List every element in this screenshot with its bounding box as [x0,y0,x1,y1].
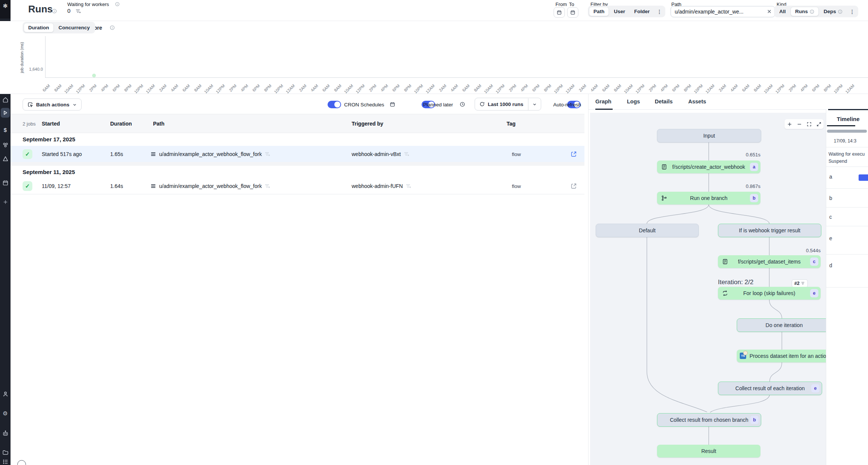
last-runs-button[interactable]: Last 1000 runs [475,98,541,111]
fit-view-icon[interactable] [807,122,812,127]
to-date-button[interactable] [567,7,578,18]
run-data-point[interactable] [92,74,96,77]
node-collect-from-branch[interactable]: Collect result from chosen branch b [657,413,761,427]
filter-by-trigger-icon[interactable] [404,152,409,156]
expand-icon[interactable] [816,122,821,127]
col-triggered: Triggered by [352,121,383,127]
timeline-scrollbar[interactable] [827,130,867,133]
timeline-bar-a[interactable] [859,174,868,181]
from-date-button[interactable] [554,7,565,18]
run-started: Started 517s ago [42,151,82,157]
waiting-workers-count: 0 [67,8,70,14]
kind-tab-deps[interactable]: Deps [819,7,847,16]
zoom-out-icon[interactable] [797,122,802,127]
zoom-in-icon[interactable] [787,122,792,127]
kind-tab-all[interactable]: All [775,7,790,16]
help-button[interactable] [17,460,26,465]
jobs-count: 2 jobs [23,121,36,126]
flow-icon [150,151,156,157]
sidebar-item-runs[interactable] [1,108,10,118]
run-triggered-by[interactable]: webhook-admin-vBxt [352,151,401,157]
runs-page: ✻ $ ⚙ Runs Waiting for workers 0 From To… [0,0,868,465]
user-icon[interactable] [0,391,11,397]
folders-icon[interactable] [0,449,11,456]
path-input[interactable]: u/admin/example_actor_we... [671,6,775,17]
cron-schedules-toggle[interactable] [328,101,341,108]
last-runs-chevron[interactable] [528,102,541,106]
filter-by-path-icon[interactable] [265,184,270,188]
node-do-one-iteration[interactable]: Do one iteration [737,318,826,332]
tab-assets[interactable]: Assets [688,98,706,105]
tab-graph[interactable]: Graph [595,98,612,105]
step-badge: b [750,194,758,202]
timeline-title[interactable]: Timeline [837,116,860,122]
triggers-icon[interactable] [0,156,11,162]
filter-tab-path[interactable]: Path [589,7,609,16]
run-path[interactable]: u/admin/example_actor_webhook_flow_fork [159,183,262,189]
step-badge: b [750,416,759,424]
waiting-filter-icon[interactable] [76,9,81,14]
open-run-icon[interactable] [571,151,577,157]
workers-robot-icon[interactable] [0,430,11,436]
node-process-dataset-item[interactable]: TS Process dataset item for an action [737,350,826,362]
filter-by-path-icon[interactable] [265,152,270,156]
node-branch-if[interactable]: If is webhook trigger result [718,224,821,237]
timeline-row-b: b [829,195,832,201]
typescript-icon: TS [740,353,746,359]
audit-list-icon[interactable] [0,459,11,465]
node-create-actor-webhook[interactable]: f/scripts/create_actor_webhook a [657,161,760,173]
node-run-one-branch[interactable]: Run one branch b [657,192,760,204]
run-duration: 1.64s [110,183,123,189]
timeline-row-a: a [829,174,832,180]
deps-info-icon [838,9,842,14]
run-row[interactable]: ✓ 11/09, 12:57 1.64s u/admin/example_act… [11,178,584,194]
load-more-info-icon[interactable] [110,25,115,30]
node-result[interactable]: Result [657,445,760,457]
home-icon[interactable] [0,97,11,103]
run-row-selected[interactable]: ✓ Started 517s ago 1.65s u/admin/example… [11,146,584,162]
settings-gear-icon[interactable]: ⚙ [0,410,11,417]
run-triggered-by[interactable]: webhook-admin-fUFN [352,183,403,189]
table-header-row: 2 jobs Started Duration Path Triggered b… [11,114,584,133]
runs-info-icon [810,9,814,14]
flow-graph-canvas[interactable]: Input 0.651s f/scripts/create_actor_webh… [590,113,826,465]
to-label: To [569,2,574,7]
timeline-row-d: d [829,262,832,268]
node-b-duration: 0.867s [685,183,760,189]
node-input[interactable]: Input [657,129,761,142]
timeline-top-bar [828,109,868,110]
node-collect-each-iteration[interactable]: Collect result of each iteration e [718,382,822,395]
filter-tab-user[interactable]: User [610,7,629,16]
node-get-dataset-items[interactable]: f/scripts/get_dataset_items c [718,255,821,268]
clear-path-icon[interactable] [767,9,772,14]
run-duration: 1.65s [110,151,123,157]
resources-icon[interactable] [0,142,11,148]
tab-logs[interactable]: Logs [627,98,640,105]
node-branch-default[interactable]: Default [596,224,699,237]
run-path[interactable]: u/admin/example_actor_webhook_flow_fork [159,151,262,157]
batch-actions-button[interactable]: Batch actions [23,98,82,111]
filter-tab-folder[interactable]: Folder [630,7,654,16]
tab-duration[interactable]: Duration [24,23,54,32]
tab-details[interactable]: Details [655,98,673,105]
path-input-value: u/admin/example_actor_we... [675,9,744,15]
success-check-icon: ✓ [23,149,32,159]
waiting-workers-info-icon[interactable] [115,2,120,6]
y-axis-label: job duration (ms) [20,37,25,78]
schedules-calendar-icon[interactable] [0,180,11,186]
runs-info-icon[interactable] [52,9,57,14]
script-icon [722,259,728,265]
add-plus-icon[interactable] [0,199,11,205]
kind-tab-runs[interactable]: Runs [791,7,819,16]
open-run-icon[interactable] [571,183,577,189]
filter-by-trigger-icon[interactable] [406,184,411,188]
success-check-icon: ✓ [23,181,32,191]
tab-concurrency[interactable]: Concurrency [55,23,94,32]
kind-more-menu-icon[interactable]: ⋮ [847,7,857,16]
variables-dollar-icon[interactable]: $ [0,127,11,133]
filter-more-menu-icon[interactable]: ⋮ [655,7,665,16]
node-for-loop[interactable]: For loop (skip failures) e [718,287,821,300]
iteration-selector[interactable]: #2 [792,279,808,288]
windmill-logo-icon[interactable]: ✻ [0,3,11,9]
run-tag: flow [512,151,521,157]
